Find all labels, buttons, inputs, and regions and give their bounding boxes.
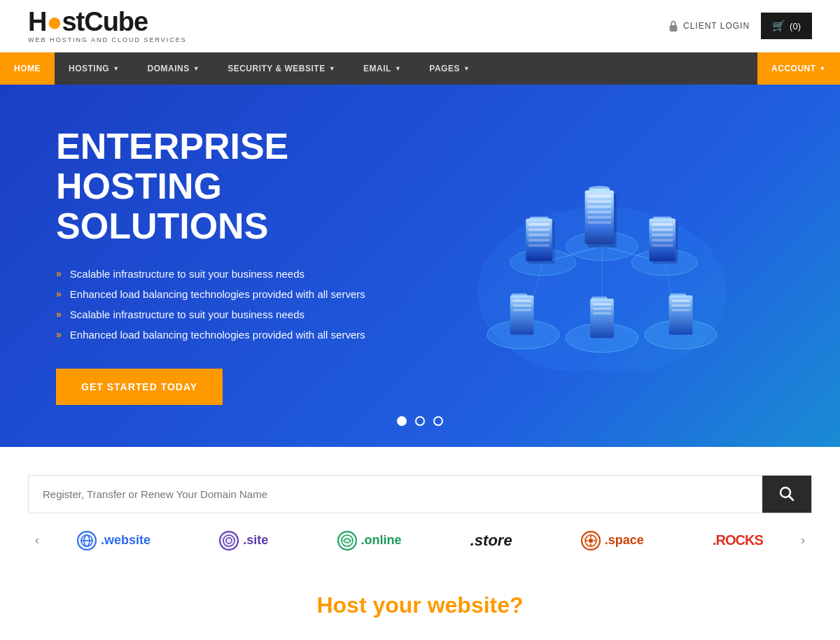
get-started-button[interactable]: GET STARTED TODAY xyxy=(56,369,223,405)
slider-dot-1[interactable] xyxy=(397,416,407,426)
cart-count: (0) xyxy=(790,21,801,31)
svg-rect-20 xyxy=(587,221,611,224)
svg-point-59 xyxy=(223,535,234,546)
nav-account-label: ACCOUNT xyxy=(771,64,816,73)
svg-rect-46 xyxy=(593,308,611,310)
server-cluster-illustration xyxy=(469,161,735,371)
svg-rect-36 xyxy=(652,239,673,241)
svg-rect-51 xyxy=(671,304,690,306)
search-icon xyxy=(779,486,794,502)
nav-item-account[interactable]: ACCOUNT ▼ xyxy=(757,52,840,85)
lock-icon xyxy=(668,20,679,32)
tld-prev-arrow[interactable]: ‹ xyxy=(28,533,46,548)
svg-point-63 xyxy=(589,539,593,543)
chevron-down-icon: ▼ xyxy=(113,65,119,72)
nav-security-label: SECURITY & WEBSITE xyxy=(227,64,325,73)
chevron-down-icon: ▼ xyxy=(463,65,470,72)
svg-rect-50 xyxy=(671,300,690,302)
svg-rect-18 xyxy=(587,211,611,213)
bullet-arrow-icon: » xyxy=(56,329,62,340)
slider-dots xyxy=(397,416,443,426)
slider-dot-2[interactable] xyxy=(415,416,425,426)
hero-bullet-4-text: Enhanced load balancing technologies pro… xyxy=(70,329,365,341)
tld-store-label: .store xyxy=(470,532,512,550)
tld-items: .website .site .online xyxy=(46,531,794,550)
hero-title-line2: SOLUTIONS xyxy=(56,206,268,246)
tld-space-icon xyxy=(581,531,601,550)
svg-rect-25 xyxy=(528,223,550,226)
hero-bullet-2-text: Enhanced load balancing technologies pro… xyxy=(70,288,365,300)
nav-domains-label: DOMAINS xyxy=(148,64,190,73)
tld-row: ‹ .website .s xyxy=(28,513,812,557)
hero-content: ENTERPRISE HOSTING SOLUTIONS » Scalable … xyxy=(56,127,420,405)
client-login-label: CLIENT LOGIN xyxy=(683,21,750,31)
svg-rect-30 xyxy=(530,216,548,220)
hero-bullet-1: » Scalable infrastructure to suit your b… xyxy=(56,268,420,280)
svg-rect-35 xyxy=(652,234,673,236)
tld-website-label: .website xyxy=(101,533,150,548)
tld-online[interactable]: .online xyxy=(337,531,402,550)
nav-email-label: EMAIL xyxy=(363,64,391,73)
svg-rect-38 xyxy=(653,216,671,220)
hero-bullet-4: » Enhanced load balancing technologies p… xyxy=(56,329,420,341)
tld-online-icon xyxy=(337,531,357,550)
nav-item-domains[interactable]: DOMAINS ▼ xyxy=(134,52,214,85)
hero-bullet-3-text: Scalable infrastructure to suit your bus… xyxy=(70,308,304,320)
hero-title: ENTERPRISE HOSTING SOLUTIONS xyxy=(56,127,420,247)
svg-rect-42 xyxy=(513,309,531,311)
svg-rect-0 xyxy=(670,25,678,31)
cart-icon: 🛒 xyxy=(772,20,785,32)
tld-website-icon xyxy=(77,531,97,550)
hero-bullets: » Scalable infrastructure to suit your b… xyxy=(56,268,420,341)
svg-rect-29 xyxy=(528,244,550,247)
svg-point-22 xyxy=(589,185,610,191)
hero-bullet-1-text: Scalable infrastructure to suit your bus… xyxy=(70,268,304,280)
nav-item-security[interactable]: SECURITY & WEBSITE ▼ xyxy=(214,52,349,85)
bottom-section: Host your website? xyxy=(0,571,840,625)
hero-illustration xyxy=(420,161,784,371)
brand-name: H●stCube xyxy=(28,8,187,35)
bottom-title-text: Host your website? xyxy=(316,592,523,618)
logo[interactable]: H●stCube WEB HOSTING AND CLOUD SERVICES xyxy=(28,8,187,43)
svg-rect-48 xyxy=(592,297,608,300)
tld-website[interactable]: .website xyxy=(77,531,150,550)
brand-subtitle: WEB HOSTING AND CLOUD SERVICES xyxy=(28,36,187,43)
svg-rect-45 xyxy=(593,303,611,305)
svg-rect-33 xyxy=(652,223,673,226)
tld-site[interactable]: .site xyxy=(219,531,268,550)
svg-rect-17 xyxy=(587,206,611,208)
svg-rect-52 xyxy=(671,309,690,311)
svg-rect-15 xyxy=(587,195,611,198)
domain-search-input[interactable] xyxy=(29,476,762,513)
tld-rocks-label: .ROCKS xyxy=(713,532,763,548)
domain-search-box xyxy=(28,475,812,513)
domain-search-button[interactable] xyxy=(762,476,811,513)
bullet-arrow-icon: » xyxy=(56,288,62,299)
tld-store[interactable]: .store xyxy=(470,532,512,550)
hero-bullet-2: » Enhanced load balancing technologies p… xyxy=(56,288,420,300)
nav-hosting-label: HOSTING xyxy=(69,64,109,73)
svg-rect-16 xyxy=(587,200,611,203)
tld-online-label: .online xyxy=(361,533,402,548)
tld-space-label: .space xyxy=(605,533,644,548)
hero-bullet-3: » Scalable infrastructure to suit your b… xyxy=(56,308,420,320)
client-login-button[interactable]: CLIENT LOGIN xyxy=(668,20,750,32)
svg-rect-47 xyxy=(593,312,611,314)
svg-rect-34 xyxy=(652,228,673,231)
bullet-arrow-icon: » xyxy=(56,268,62,279)
tld-space[interactable]: .space xyxy=(581,531,644,550)
header-actions: CLIENT LOGIN 🛒 (0) xyxy=(668,13,812,39)
svg-rect-26 xyxy=(528,228,550,231)
cart-button[interactable]: 🛒 (0) xyxy=(761,13,812,39)
svg-rect-37 xyxy=(652,244,673,247)
slider-dot-3[interactable] xyxy=(433,416,443,426)
nav-item-hosting[interactable]: HOSTING ▼ xyxy=(55,52,134,85)
hero-section: ENTERPRISE HOSTING SOLUTIONS » Scalable … xyxy=(0,85,840,447)
tld-next-arrow[interactable]: › xyxy=(794,533,812,548)
nav-item-pages[interactable]: PAGES ▼ xyxy=(415,52,484,85)
tld-rocks[interactable]: .ROCKS xyxy=(713,532,763,548)
nav-item-email[interactable]: EMAIL ▼ xyxy=(349,52,415,85)
svg-rect-40 xyxy=(513,300,531,302)
nav-item-home[interactable]: HOME xyxy=(0,52,55,85)
hero-title-line1: ENTERPRISE HOSTING xyxy=(56,126,288,206)
